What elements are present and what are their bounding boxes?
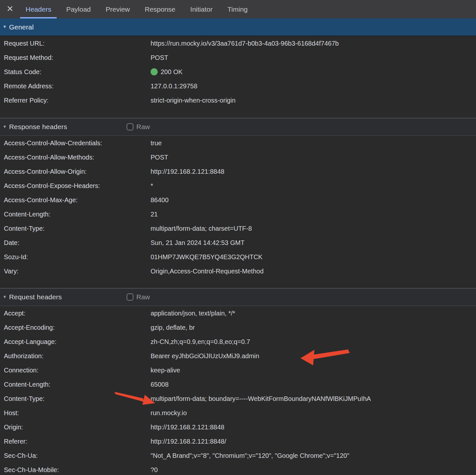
- raw-toggle-group: Raw: [127, 289, 150, 305]
- header-row: Access-Control-Allow-Origin:http://192.1…: [0, 164, 476, 179]
- section-header-response-headers[interactable]: ▼ Response headers Raw: [0, 118, 476, 136]
- general-rows: Request URL:https://run.mocky.io/v3/3aa7…: [0, 36, 476, 107]
- request-headers-rows: Accept:application/json, text/plain, */*…: [0, 306, 476, 475]
- header-value: true: [151, 139, 476, 147]
- header-name: Referrer Policy:: [0, 97, 151, 104]
- header-name: Sec-Ch-Ua:: [0, 452, 151, 459]
- header-value: POST: [151, 54, 476, 61]
- header-row: Content-Type:multipart/form-data; bounda…: [0, 392, 476, 406]
- header-value: zh-CN,zh;q=0.9,en;q=0.8,eo;q=0.7: [151, 338, 476, 346]
- status-ok-dot-icon: [151, 68, 158, 75]
- header-row: Sozu-Id:01HMP7JWKQE7B5YQ4E3G2QHTCK: [0, 250, 476, 264]
- header-row: Authorization:Bearer eyJhbGciOiJIUzUxMiJ…: [0, 349, 476, 363]
- header-row: Referer:http://192.168.2.121:8848/: [0, 434, 476, 448]
- close-icon[interactable]: ✕: [0, 0, 20, 18]
- header-value: POST: [151, 154, 476, 161]
- header-name: Remote Address:: [0, 83, 151, 90]
- header-row: Access-Control-Expose-Headers:*: [0, 179, 476, 193]
- header-name: Vary:: [0, 268, 151, 275]
- header-value: "Not_A Brand";v="8", "Chromium";v="120",…: [151, 452, 476, 459]
- header-value: 200 OK: [151, 68, 476, 76]
- header-row: Request URL:https://run.mocky.io/v3/3aa7…: [0, 36, 476, 50]
- header-name: Request Method:: [0, 54, 151, 61]
- header-name: Content-Type:: [0, 395, 151, 403]
- header-row: Accept-Language:zh-CN,zh;q=0.9,en;q=0.8,…: [0, 335, 476, 349]
- header-row: Access-Control-Max-Age:86400: [0, 193, 476, 207]
- header-value: 01HMP7JWKQE7B5YQ4E3G2QHTCK: [151, 253, 476, 261]
- section-gap: [0, 278, 476, 288]
- tab-list: HeadersPayloadPreviewResponseInitiatorTi…: [20, 0, 257, 18]
- header-row: Accept:application/json, text/plain, */*: [0, 306, 476, 320]
- header-value: multipart/form-data; charset=UTF-8: [151, 225, 476, 232]
- header-name: Accept:: [0, 310, 151, 317]
- header-value: application/json, text/plain, */*: [151, 310, 476, 317]
- header-value: strict-origin-when-cross-origin: [151, 97, 476, 104]
- header-name: Access-Control-Expose-Headers:: [0, 182, 151, 190]
- header-row: Content-Type:multipart/form-data; charse…: [0, 221, 476, 236]
- tab-payload[interactable]: Payload: [61, 0, 96, 18]
- header-name: Sec-Ch-Ua-Mobile:: [0, 466, 151, 474]
- header-row: Host:run.mocky.io: [0, 406, 476, 420]
- section-header-request-headers[interactable]: ▼ Request headers Raw: [0, 288, 476, 306]
- header-row: Connection:keep-alive: [0, 363, 476, 377]
- header-row: Accept-Encoding:gzip, deflate, br: [0, 320, 476, 335]
- chevron-down-icon: ▼: [3, 24, 9, 29]
- header-name: Connection:: [0, 367, 151, 374]
- section-title: Request headers: [9, 293, 62, 301]
- header-value: gzip, deflate, br: [151, 324, 476, 331]
- tab-response[interactable]: Response: [139, 0, 181, 18]
- header-row: Content-Length:65008: [0, 377, 476, 392]
- header-row: Sec-Ch-Ua-Mobile:?0: [0, 463, 476, 475]
- header-row: Access-Control-Allow-Credentials:true: [0, 136, 476, 150]
- section-header-general[interactable]: ▼ General: [0, 18, 476, 36]
- header-value: https://run.mocky.io/v3/3aa761d7-b0b3-4a…: [151, 40, 476, 47]
- header-value: http://192.168.2.121:8848: [151, 168, 476, 175]
- tab-timing[interactable]: Timing: [222, 0, 253, 18]
- header-name: Request URL:: [0, 40, 151, 47]
- header-row: Access-Control-Allow-Methods:POST: [0, 150, 476, 164]
- raw-checkbox[interactable]: [127, 123, 133, 130]
- header-name: Access-Control-Allow-Credentials:: [0, 139, 151, 147]
- raw-checkbox[interactable]: [127, 293, 133, 301]
- header-name: Content-Length:: [0, 211, 151, 218]
- raw-toggle-group: Raw: [127, 118, 150, 135]
- header-name: Sozu-Id:: [0, 253, 151, 261]
- header-value: http://192.168.2.121:8848/: [151, 438, 476, 445]
- header-name: Host:: [0, 409, 151, 417]
- header-row: Referrer Policy:strict-origin-when-cross…: [0, 93, 476, 107]
- header-value: 65008: [151, 381, 476, 388]
- header-value: run.mocky.io: [151, 409, 476, 417]
- header-name: Access-Control-Allow-Origin:: [0, 168, 151, 175]
- header-value: 21: [151, 211, 476, 218]
- header-value: Sun, 21 Jan 2024 14:42:53 GMT: [151, 239, 476, 247]
- tab-preview[interactable]: Preview: [100, 0, 135, 18]
- section-title: General: [9, 23, 34, 31]
- raw-checkbox-label[interactable]: Raw: [136, 123, 150, 131]
- header-row: Origin:http://192.168.2.121:8848: [0, 420, 476, 434]
- header-value: http://192.168.2.121:8848: [151, 424, 476, 431]
- header-value: Bearer eyJhbGciOiJIUzUxMiJ9.admin: [151, 352, 476, 360]
- header-row: Remote Address:127.0.0.1:29758: [0, 79, 476, 93]
- raw-checkbox-label[interactable]: Raw: [136, 293, 150, 301]
- tab-initiator[interactable]: Initiator: [185, 0, 218, 18]
- header-name: Accept-Language:: [0, 338, 151, 346]
- header-name: Referer:: [0, 438, 151, 445]
- network-detail-tabbar: ✕ HeadersPayloadPreviewResponseInitiator…: [0, 0, 476, 18]
- header-name: Status Code:: [0, 68, 151, 76]
- header-value: Origin,Access-Control-Request-Method: [151, 268, 476, 275]
- header-row: Content-Length:21: [0, 207, 476, 221]
- header-name: Content-Type:: [0, 225, 151, 232]
- tab-headers[interactable]: Headers: [20, 0, 57, 18]
- chevron-down-icon: ▼: [3, 294, 9, 299]
- header-value: 86400: [151, 196, 476, 204]
- header-name: Access-Control-Allow-Methods:: [0, 154, 151, 161]
- header-value: ?0: [151, 466, 476, 474]
- header-value: keep-alive: [151, 367, 476, 374]
- header-name: Date:: [0, 239, 151, 247]
- header-value: multipart/form-data; boundary=----WebKit…: [151, 395, 476, 403]
- header-row: Request Method:POST: [0, 50, 476, 65]
- header-name: Accept-Encoding:: [0, 324, 151, 331]
- header-row: Status Code:200 OK: [0, 65, 476, 79]
- header-row: Sec-Ch-Ua:"Not_A Brand";v="8", "Chromium…: [0, 448, 476, 463]
- header-name: Content-Length:: [0, 381, 151, 388]
